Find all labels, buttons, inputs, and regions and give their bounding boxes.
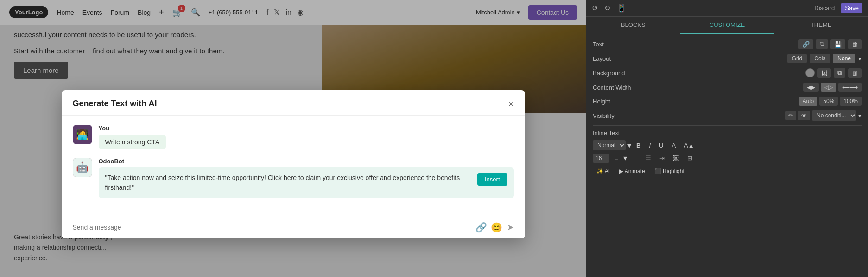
bg-copy-btn[interactable]: ⧉ bbox=[834, 68, 845, 78]
redo-icon[interactable]: ↻ bbox=[604, 4, 610, 13]
tab-theme[interactable]: THEME bbox=[774, 17, 868, 34]
visibility-condition-select[interactable]: No conditi... bbox=[812, 110, 856, 121]
content-width-controls: ◀▶ ◁▷ ⟵⟶ bbox=[803, 83, 862, 92]
bot-chat-content: OdooBot "Take action now and seize this … bbox=[99, 158, 514, 198]
bot-message-bubble: "Take action now and seize this limited-… bbox=[99, 167, 514, 198]
content-width-wide[interactable]: ⟵⟶ bbox=[838, 83, 862, 92]
panel-action-buttons: Discard Save bbox=[811, 3, 862, 13]
content-width-row: Content Width ◀▶ ◁▷ ⟵⟶ bbox=[593, 83, 862, 92]
layout-chevron-icon: ▾ bbox=[858, 55, 862, 62]
visibility-chevron-icon: ▾ bbox=[858, 112, 862, 119]
panel-top-bar: ↺ ↻ 📱 Discard Save bbox=[586, 0, 868, 17]
italic-button[interactable]: I bbox=[646, 141, 654, 150]
modal-close-button[interactable]: × bbox=[508, 99, 514, 109]
save-block-btn[interactable]: 💾 bbox=[830, 39, 845, 49]
visibility-hide-btn[interactable]: 👁 bbox=[798, 111, 810, 120]
background-label: Background bbox=[593, 70, 634, 77]
height-100[interactable]: 100% bbox=[840, 97, 862, 106]
user-chat-content: You Write a strong CTA bbox=[99, 125, 166, 149]
background-row: Background 🖼 ⧉ 🗑 bbox=[593, 68, 862, 78]
bg-delete-btn[interactable]: 🗑 bbox=[848, 68, 862, 78]
font-highlight-btn[interactable]: A▲ bbox=[681, 141, 697, 150]
visibility-controls: ✏ 👁 No conditi... ▾ bbox=[785, 110, 862, 121]
font-style-chevron-icon: ▾ bbox=[627, 141, 631, 150]
user-message-bubble: Write a strong CTA bbox=[99, 135, 166, 149]
panel-top-icons: ↺ ↻ 📱 bbox=[592, 4, 626, 13]
section-title-row: Text 🔗 ⧉ 💾 🗑 bbox=[593, 39, 862, 49]
height-row: Height Auto 50% 100% bbox=[593, 97, 862, 106]
insert-media-btn[interactable]: 🖼 bbox=[670, 153, 682, 163]
insert-table-btn[interactable]: ⊞ bbox=[684, 153, 696, 163]
visibility-label: Visibility bbox=[593, 112, 634, 119]
footer-icons: 🔗 😊 bbox=[475, 222, 502, 233]
user-chat-name: You bbox=[99, 125, 166, 132]
link-icon-btn[interactable]: 🔗 bbox=[798, 39, 813, 49]
ai-button[interactable]: ✨ AI bbox=[593, 167, 614, 176]
height-auto[interactable]: Auto bbox=[799, 97, 818, 106]
visibility-edit-btn[interactable]: ✏ bbox=[785, 111, 796, 120]
bot-message-text: "Take action now and seize this limited-… bbox=[105, 173, 470, 193]
bot-avatar: 🤖 bbox=[73, 158, 92, 177]
bot-chat-entry: 🤖 OdooBot "Take action now and seize thi… bbox=[73, 158, 514, 198]
user-avatar: 🧑‍💻 bbox=[73, 125, 92, 144]
modal-header: Generate Text with AI × bbox=[62, 90, 525, 116]
font-size-input[interactable] bbox=[593, 154, 609, 163]
font-color-btn[interactable]: A bbox=[668, 141, 679, 150]
height-label: Height bbox=[593, 98, 634, 105]
content-width-label: Content Width bbox=[593, 84, 634, 91]
section-title-controls: 🔗 ⧉ 💾 🗑 bbox=[798, 39, 862, 49]
height-50[interactable]: 50% bbox=[819, 97, 838, 106]
visibility-row: Visibility ✏ 👁 No conditi... ▾ bbox=[593, 110, 862, 121]
insert-button[interactable]: Insert bbox=[477, 173, 507, 186]
modal-overlay: Generate Text with AI × 🧑‍💻 You Write a … bbox=[0, 0, 586, 277]
attachment-icon[interactable]: 🔗 bbox=[475, 222, 487, 233]
send-button[interactable]: ➤ bbox=[507, 222, 514, 232]
background-color-picker[interactable] bbox=[805, 68, 815, 77]
save-button[interactable]: Save bbox=[841, 3, 862, 13]
mobile-icon[interactable]: 📱 bbox=[617, 4, 626, 13]
separator bbox=[593, 125, 862, 126]
message-input[interactable] bbox=[73, 224, 471, 231]
copy-icon-btn[interactable]: ⧉ bbox=[816, 39, 828, 49]
modal-footer: 🔗 😊 ➤ bbox=[62, 216, 525, 238]
list-ordered-btn[interactable]: ☰ bbox=[642, 153, 654, 163]
tab-customize[interactable]: CUSTOMIZE bbox=[680, 17, 774, 34]
section-title: Text bbox=[593, 41, 634, 48]
align-left-btn[interactable]: ≡ bbox=[611, 153, 621, 163]
panel-tabs: BLOCKS CUSTOMIZE THEME bbox=[586, 17, 868, 34]
delete-icon-btn[interactable]: 🗑 bbox=[848, 39, 862, 49]
panel-content: Text 🔗 ⧉ 💾 🗑 Layout Grid Cols None ▾ Bac… bbox=[586, 34, 868, 277]
ai-modal: Generate Text with AI × 🧑‍💻 You Write a … bbox=[62, 90, 525, 238]
text-toolbar-row2: ≡ ▾ ≣ ☰ ⇥ 🖼 ⊞ bbox=[593, 153, 862, 163]
website-area: YourLogo Home Events Forum Blog + 🛒 1 🔍 … bbox=[0, 0, 586, 277]
content-width-medium[interactable]: ◁▷ bbox=[821, 83, 836, 92]
inline-text-label: Inline Text bbox=[593, 129, 862, 136]
layout-row: Layout Grid Cols None ▾ bbox=[593, 54, 862, 63]
indent-btn[interactable]: ⇥ bbox=[656, 153, 668, 163]
user-chat-entry: 🧑‍💻 You Write a strong CTA bbox=[73, 125, 514, 149]
layout-controls: Grid Cols None ▾ bbox=[787, 54, 862, 63]
layout-cols-btn[interactable]: Cols bbox=[810, 54, 830, 63]
background-controls: 🖼 ⧉ 🗑 bbox=[805, 68, 862, 78]
list-unordered-btn[interactable]: ≣ bbox=[629, 153, 640, 163]
modal-body: 🧑‍💻 You Write a strong CTA 🤖 OdooBot "Ta… bbox=[62, 116, 525, 216]
emoji-icon[interactable]: 😊 bbox=[491, 222, 502, 233]
text-toolbar-row3: ✨ AI ▶ Animate ⬛ Highlight bbox=[593, 167, 862, 176]
font-style-select[interactable]: Normal bbox=[593, 140, 626, 150]
height-controls: Auto 50% 100% bbox=[799, 97, 862, 106]
bg-image-btn[interactable]: 🖼 bbox=[817, 68, 831, 78]
animate-button[interactable]: ▶ Animate bbox=[615, 167, 649, 176]
bold-button[interactable]: B bbox=[633, 141, 644, 150]
bot-chat-name: OdooBot bbox=[99, 158, 514, 165]
modal-title: Generate Text with AI bbox=[73, 99, 157, 109]
highlight-button[interactable]: ⬛ Highlight bbox=[651, 167, 688, 176]
layout-none-btn[interactable]: None bbox=[833, 54, 855, 63]
underline-button[interactable]: U bbox=[656, 141, 666, 150]
layout-grid-btn[interactable]: Grid bbox=[787, 54, 807, 63]
discard-button[interactable]: Discard bbox=[811, 3, 838, 13]
tab-blocks[interactable]: BLOCKS bbox=[586, 17, 680, 34]
content-width-narrow[interactable]: ◀▶ bbox=[803, 83, 819, 92]
undo-icon[interactable]: ↺ bbox=[592, 4, 598, 13]
align-chevron-icon: ▾ bbox=[623, 154, 627, 162]
right-panel: ↺ ↻ 📱 Discard Save BLOCKS CUSTOMIZE THEM… bbox=[586, 0, 868, 277]
